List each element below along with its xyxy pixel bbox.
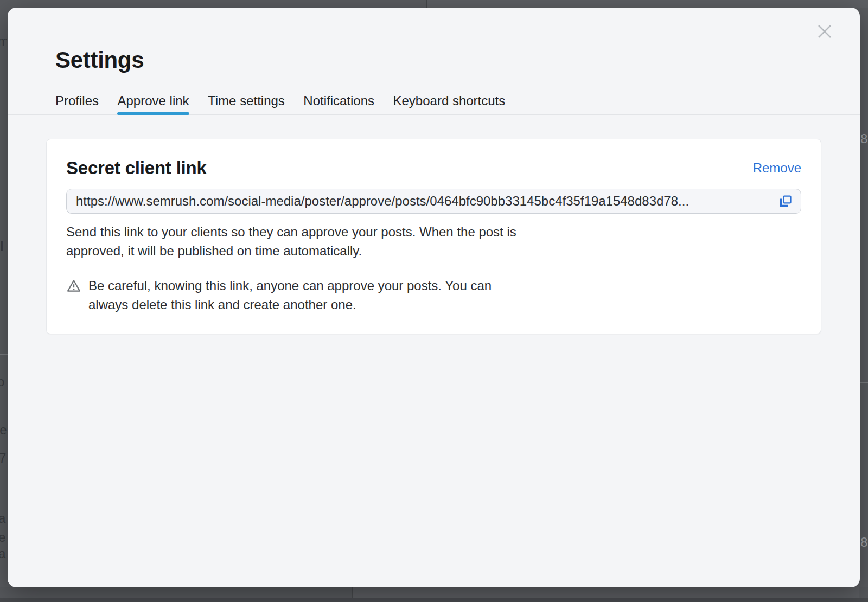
backdrop-text-fragment: a — [0, 547, 7, 560]
card-heading: Secret client link — [66, 157, 207, 179]
backdrop-text-fragment: 7 — [0, 452, 7, 465]
secret-client-link-card: Secret client link Remove Send this link… — [46, 139, 821, 334]
link-description: Send this link to your clients so they c… — [66, 222, 801, 260]
tab-notifications[interactable]: Notifications — [303, 94, 374, 114]
tab-approve-link[interactable]: Approve link — [117, 94, 189, 114]
backdrop-text-fragment: a — [0, 512, 7, 525]
description-line: approved, it will be published on time a… — [66, 241, 801, 260]
backdrop-text-fragment: e — [0, 531, 7, 544]
warning-line: Be careful, knowing this link, anyone ca… — [88, 276, 492, 295]
backdrop-top-band — [427, 0, 868, 8]
backdrop-text-fragment: l — [0, 240, 7, 253]
close-icon-glyph — [816, 23, 833, 40]
page-title: Settings — [55, 48, 860, 73]
card-header: Secret client link Remove — [66, 157, 801, 179]
backdrop-row-line — [860, 180, 868, 180]
description-line: Send this link to your clients so they c… — [66, 222, 801, 241]
backdrop-row-line — [860, 492, 868, 492]
backdrop-top-seam — [426, 0, 427, 8]
secret-link-input[interactable] — [76, 194, 771, 209]
warning-text: Be careful, knowing this link, anyone ca… — [88, 276, 492, 314]
settings-tabbar: Profiles Approve link Time settings Noti… — [8, 94, 860, 115]
backdrop-row-line — [0, 445, 8, 445]
backdrop-text-fragment: 8: — [860, 536, 868, 549]
backdrop-row-line — [0, 278, 8, 278]
backdrop-text-fragment: 8: — [860, 132, 868, 145]
warning-note: Be careful, knowing this link, anyone ca… — [66, 276, 801, 314]
settings-modal: Settings Profiles Approve link Time sett… — [8, 8, 860, 587]
backdrop-bottom-shade — [353, 587, 859, 598]
backdrop-row-line — [0, 475, 8, 475]
close-icon[interactable] — [815, 22, 834, 41]
backdrop-text-fragment: ne — [0, 424, 7, 437]
copy-icon-glyph — [778, 194, 793, 209]
copy-icon[interactable] — [777, 193, 794, 210]
tab-time-settings[interactable]: Time settings — [208, 94, 285, 114]
backdrop-text-fragment: m — [0, 35, 7, 48]
backdrop-row-line — [0, 354, 8, 355]
backdrop-row-line — [860, 382, 868, 383]
secret-link-field — [66, 189, 801, 214]
warning-line: always delete this link and create anoth… — [88, 295, 492, 314]
tab-keyboard-shortcuts[interactable]: Keyboard shortcuts — [393, 94, 505, 114]
remove-link-button[interactable]: Remove — [753, 161, 801, 176]
tab-profiles[interactable]: Profiles — [55, 94, 99, 114]
backdrop-bottom-edge — [0, 598, 868, 602]
backdrop-text-fragment: o — [0, 375, 7, 388]
warning-triangle-icon — [67, 279, 81, 293]
backdrop-column-seam — [352, 587, 353, 598]
